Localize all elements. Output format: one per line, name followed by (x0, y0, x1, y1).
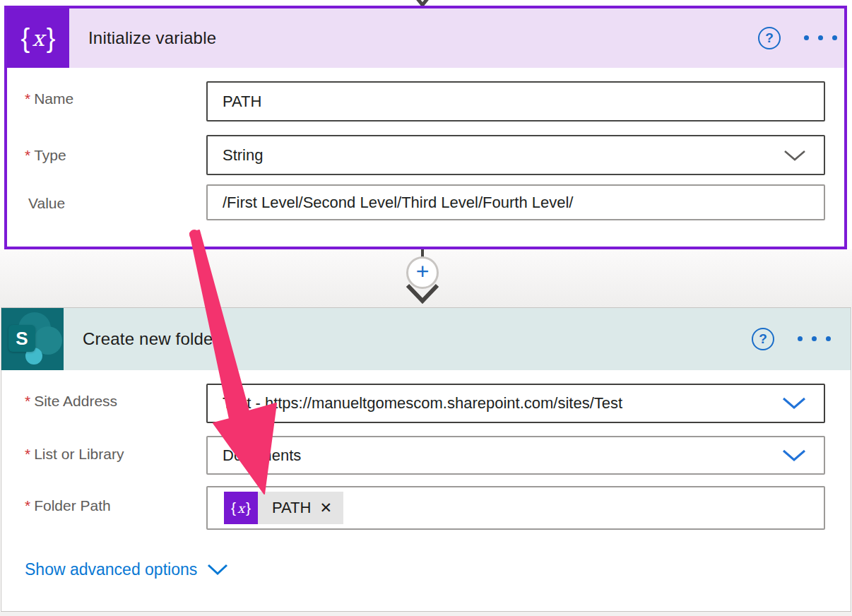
sharepoint-icon: S (1, 308, 64, 370)
plus-icon: + (416, 259, 430, 285)
site-address-value: Test - https://manueltgomescom.sharepoin… (208, 394, 622, 413)
advanced-link-text: Show advanced options (25, 560, 197, 579)
more-options-icon[interactable] (804, 35, 837, 40)
name-input-field[interactable] (208, 83, 824, 120)
label-text: Type (34, 147, 66, 163)
list-or-library-value: Documents (208, 446, 301, 465)
site-address-dropdown[interactable]: Test - https://manueltgomescom.sharepoin… (206, 384, 825, 423)
label-text: Site Address (34, 393, 117, 409)
help-glyph: ? (759, 331, 767, 347)
sharepoint-s-badge: S (8, 325, 35, 352)
value-input[interactable] (206, 184, 825, 220)
card-title: Initialize variable (88, 28, 216, 48)
value-field-label: Value (25, 195, 65, 212)
name-input[interactable] (206, 81, 825, 122)
token-label: PATH (272, 499, 311, 517)
sharepoint-letter: S (16, 328, 28, 350)
chevron-down-icon (781, 449, 807, 463)
canvas-bottom (0, 612, 852, 616)
connector-arrow-icon (404, 282, 441, 306)
token-fx-icon: {x} (224, 492, 258, 524)
name-field-label: *Name (25, 90, 73, 107)
fx-open-brace: { (21, 23, 30, 54)
help-icon[interactable]: ? (752, 328, 774, 350)
required-marker: * (25, 393, 30, 409)
more-options-icon[interactable] (798, 336, 831, 341)
chevron-down-icon (783, 149, 807, 162)
flow-canvas: {x} Initialize variable ? *Name *Type St… (0, 0, 852, 616)
variable-token-path[interactable]: {x} PATH ✕ (224, 492, 343, 524)
fx-x: x (236, 501, 246, 516)
folder-path-input[interactable]: {x} PATH ✕ (206, 486, 825, 530)
type-dropdown[interactable]: String (206, 135, 825, 175)
value-input-field[interactable] (208, 186, 824, 219)
fx-close-brace: } (47, 23, 56, 54)
folder-path-label: *Folder Path (25, 497, 111, 514)
list-or-library-label: *List or Library (25, 446, 124, 463)
required-marker: * (25, 497, 30, 514)
list-or-library-dropdown[interactable]: Documents (206, 436, 825, 475)
chevron-down-icon (781, 396, 807, 410)
fx-open-brace: { (231, 499, 236, 516)
variable-fx-icon: {x} (7, 8, 69, 68)
card-header-initialize-variable[interactable]: {x} Initialize variable (7, 8, 844, 68)
help-glyph: ? (765, 30, 774, 46)
label-text: List or Library (34, 446, 124, 462)
required-marker: * (25, 147, 30, 163)
token-remove-icon[interactable]: ✕ (319, 499, 332, 516)
card-header-create-new-folder[interactable]: S Create new folder (1, 308, 851, 370)
type-selected-value: String (208, 146, 263, 165)
label-text: Folder Path (34, 497, 111, 514)
required-marker: * (25, 446, 30, 462)
label-text: Value (28, 195, 65, 211)
label-text: Name (34, 90, 73, 107)
show-advanced-options-link[interactable]: Show advanced options (25, 560, 228, 579)
card-title: Create new folder (83, 329, 219, 349)
type-field-label: *Type (25, 147, 66, 164)
chevron-down-icon (207, 564, 228, 576)
fx-x: x (30, 25, 46, 51)
fx-close-brace: } (246, 499, 251, 516)
required-marker: * (25, 90, 30, 107)
help-icon[interactable]: ? (758, 27, 781, 49)
site-address-label: *Site Address (25, 393, 117, 410)
